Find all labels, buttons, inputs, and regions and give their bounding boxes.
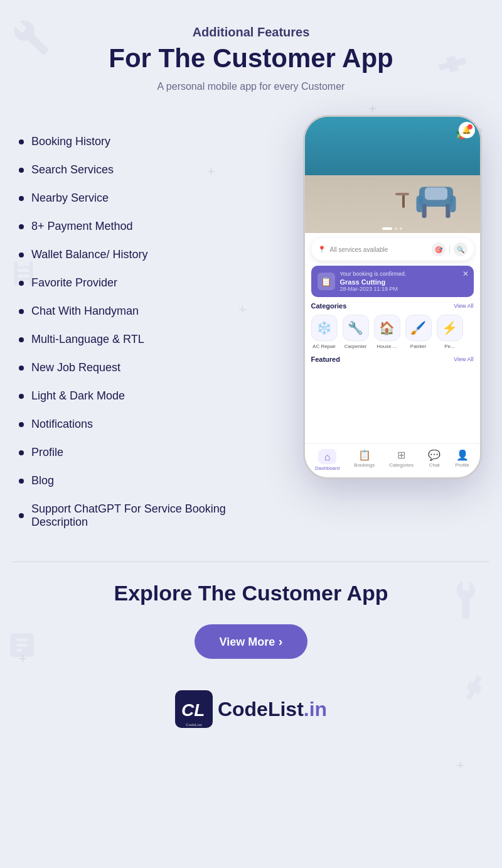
nav-item-dashboard: ⌂ Dashboard — [315, 449, 339, 471]
home-icon: ⌂ — [324, 452, 331, 463]
bookings-icon: 📋 — [358, 449, 371, 461]
list-item: Notifications — [13, 410, 282, 438]
bullet-dot — [19, 337, 24, 342]
category-item-house: 🏠 House ... — [374, 315, 400, 349]
list-item: New Job Request — [13, 354, 282, 382]
booking-text: Your booking is confirmed. Grass Cutting… — [340, 271, 467, 292]
features-list: Booking History Search Services Nearby S… — [13, 121, 282, 536]
svg-rect-10 — [425, 188, 447, 200]
featured-header: Featured View All — [305, 355, 480, 363]
list-item: Profile — [13, 438, 282, 467]
codelist-sub-text: CodeList — [175, 723, 213, 727]
features-section: Booking History Search Services Nearby S… — [13, 115, 282, 536]
list-item: 8+ Payment Method — [13, 212, 282, 241]
pe-icon: ⚡ — [437, 315, 463, 341]
location-pin-icon: 📍 — [318, 246, 326, 254]
phone-bottom-nav: ⌂ Dashboard 📋 Bookings ⊞ Categories 💬 — [305, 443, 480, 477]
list-item: Search Services — [13, 156, 282, 184]
booking-date: 28-Mar-2023 11:19 PM — [340, 286, 467, 292]
booking-confirmed-banner: 📋 Your booking is confirmed. Grass Cutti… — [311, 266, 474, 297]
explore-section: Explore The Customer App View More CL Co… — [13, 581, 489, 741]
bullet-dot — [19, 513, 24, 518]
bullet-dot — [19, 252, 24, 258]
phone-mockup: 🪴 🔔 📍 All services — [295, 115, 489, 479]
codelist-logo: CL CodeList CodeList.in — [13, 690, 489, 728]
list-item: Wallet Balance/ History — [13, 241, 282, 269]
bullet-dot — [19, 281, 24, 286]
bullet-dot — [19, 309, 24, 314]
category-item-pe: ⚡ Pe... — [437, 315, 463, 349]
nav-active-bg: ⌂ — [318, 449, 337, 464]
list-item: Chat With Handyman — [13, 297, 282, 325]
profile-icon: 👤 — [456, 449, 469, 461]
featured-title: Featured — [311, 355, 340, 363]
codelist-brand-name: CodeList.in — [218, 698, 327, 721]
categories-view-all: View All — [454, 303, 473, 309]
divider — [449, 245, 450, 254]
painter-icon: 🖌️ — [405, 315, 432, 341]
header-section: Additional Features For The Customer App… — [13, 25, 489, 92]
chair-illustration — [408, 167, 464, 224]
image-slider-dots — [382, 227, 402, 230]
page-subtitle: A personal mobile app for every Customer — [13, 81, 489, 92]
categories-scroll: ❄️ AC Repair 🔧 Carpenter 🏠 House ... 🖌️ … — [305, 315, 480, 349]
notification-bell: 🔔 — [459, 122, 475, 138]
bullet-dot — [19, 366, 24, 371]
bullet-dot — [19, 139, 24, 144]
carpenter-icon: 🔧 — [343, 315, 369, 341]
codelist-icon-svg: CL — [178, 693, 210, 725]
nav-item-profile: 👤 Profile — [455, 449, 469, 471]
list-item: Multi-Language & RTL — [13, 325, 282, 354]
category-item-carpenter: 🔧 Carpenter — [343, 315, 369, 349]
nav-item-chat: 💬 Chat — [428, 449, 441, 471]
list-item: Support ChatGPT For Service Booking Desc… — [13, 495, 282, 536]
bullet-dot — [19, 224, 24, 229]
svg-rect-9 — [449, 195, 456, 212]
categories-title: Categories — [311, 302, 347, 310]
booking-service-name: Grass Cutting — [340, 278, 467, 286]
table-top — [395, 193, 409, 195]
bullet-dot — [19, 450, 24, 455]
svg-rect-8 — [416, 195, 423, 212]
list-item: Blog — [13, 467, 282, 495]
nav-item-bookings: 📋 Bookings — [354, 449, 375, 471]
list-item: Light & Dark Mode — [13, 382, 282, 410]
phone-frame: 🪴 🔔 📍 All services — [303, 115, 482, 479]
booking-confirmed-text: Your booking is confirmed. — [340, 271, 467, 277]
featured-view-all: View All — [454, 356, 473, 362]
page-title: For The Customer App — [13, 43, 489, 73]
category-item-ac-repair: ❄️ AC Repair — [311, 315, 338, 349]
bullet-dot — [19, 479, 24, 484]
additional-features-label: Additional Features — [13, 25, 489, 40]
notification-dot — [467, 124, 473, 129]
house-icon: 🏠 — [374, 315, 400, 341]
list-item: Nearby Service — [13, 184, 282, 212]
bullet-dot — [19, 168, 24, 173]
list-item: Booking History — [13, 127, 282, 156]
booking-icon: 📋 — [318, 273, 335, 290]
close-icon: ✕ — [462, 269, 469, 278]
phone-hero-image: 🪴 🔔 — [305, 117, 480, 233]
page-wrapper: Additional Features For The Customer App… — [0, 0, 502, 766]
list-item: Favorite Provider — [13, 269, 282, 297]
ac-repair-icon: ❄️ — [311, 315, 338, 341]
svg-text:CL: CL — [181, 700, 205, 720]
categories-nav-icon: ⊞ — [397, 449, 405, 461]
bullet-dot — [19, 394, 24, 399]
table-leg — [402, 194, 405, 208]
chat-icon: 💬 — [428, 449, 441, 461]
search-icon-circle: 🔍 — [454, 242, 467, 256]
view-more-button[interactable]: View More — [195, 624, 308, 659]
content-area: Booking History Search Services Nearby S… — [13, 115, 489, 536]
bullet-dot — [19, 196, 24, 201]
phone-search-bar: 📍 All services available 🎯 🔍 — [311, 238, 474, 261]
codelist-icon-container: CL CodeList — [175, 690, 213, 728]
categories-header: Categories View All — [305, 302, 480, 310]
category-item-painter: 🖌️ Painter — [405, 315, 432, 349]
nav-item-categories: ⊞ Categories — [389, 449, 414, 471]
bullet-dot — [19, 422, 24, 427]
explore-title: Explore The Customer App — [13, 581, 489, 605]
search-bar-text: All services available — [330, 246, 428, 253]
location-icon-circle: 🎯 — [432, 242, 446, 256]
section-divider — [13, 561, 489, 562]
